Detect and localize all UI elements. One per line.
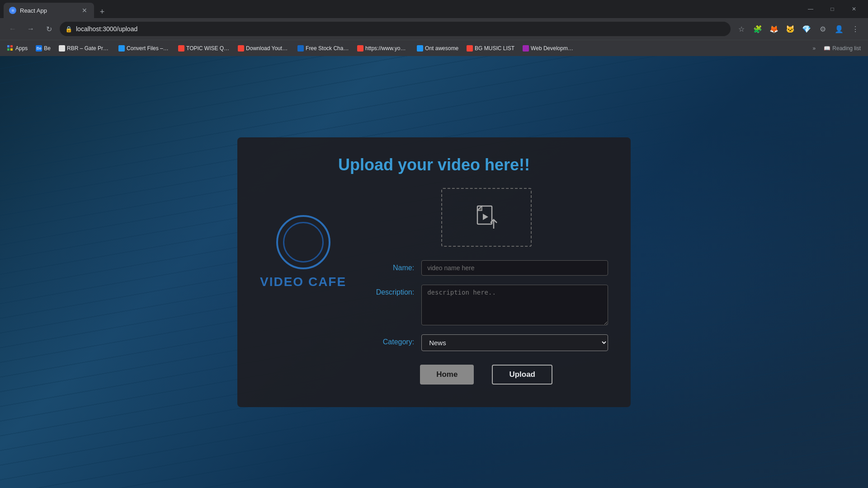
bg-favicon (467, 45, 473, 52)
ont-favicon (417, 45, 423, 52)
bookmark-be[interactable]: Be Be (32, 43, 54, 53)
topic-favicon (178, 45, 184, 52)
logo-circle-outer (276, 215, 330, 269)
active-tab[interactable]: ⚛ React App ✕ (4, 3, 94, 18)
bookmark-apps-label: Apps (15, 45, 28, 52)
card-title: Upload your video here!! (338, 155, 530, 174)
menu-button[interactable]: ⋮ (848, 22, 863, 36)
bookmark-rbr[interactable]: RBR – Gate Previou... (55, 43, 114, 53)
buttons-row: Home Upload (364, 365, 608, 385)
tab-title: React App (20, 7, 77, 14)
bookmark-yt-dl-label: Download Youtube... (246, 45, 289, 52)
apps-favicon (7, 45, 14, 52)
category-label: Category: (364, 334, 414, 346)
settings-button[interactable]: ⚙ (816, 22, 830, 36)
home-button[interactable]: Home (420, 365, 474, 385)
bookmark-yt-dl[interactable]: Download Youtube... (234, 43, 293, 53)
title-bar: ⚛ React App ✕ + — □ ✕ (0, 0, 868, 18)
bookmark-topic[interactable]: TOPIC WISE QUE (175, 43, 233, 53)
forward-button[interactable]: → (24, 22, 38, 36)
bookmark-star-button[interactable]: ☆ (734, 22, 749, 36)
profile-avatar-button[interactable]: 👤 (832, 22, 846, 36)
bookmark-ont-label: Ont awesome (425, 45, 458, 52)
new-tab-button[interactable]: + (96, 5, 108, 18)
bookmark-convert-label: Convert Files – Free... (127, 45, 170, 52)
minimize-button[interactable]: — (800, 2, 821, 16)
web-favicon (523, 45, 529, 52)
back-button[interactable]: ← (5, 22, 20, 36)
nav-icons: ☆ 🧩 🦊 🐱 💎 ⚙ 👤 ⋮ (734, 22, 863, 36)
extension-puzzle-button[interactable]: 🧩 (750, 22, 765, 36)
bookmarks-more-button[interactable]: » (809, 43, 820, 53)
be-favicon: Be (36, 45, 42, 52)
card-body: VIDEO CAFE (260, 188, 608, 385)
bookmark-topic-label: TOPIC WISE QUE (186, 45, 230, 52)
logo-section: VIDEO CAFE (260, 188, 346, 289)
description-field-row: Description: (364, 285, 608, 325)
nav-bar: ← → ↻ 🔒 localhost:3000/upload ☆ 🧩 🦊 🐱 💎 … (0, 18, 868, 40)
bookmark-yt2-label: https://www.youtub... (365, 45, 409, 52)
svg-marker-6 (483, 214, 488, 220)
reading-list-label: Reading list (832, 45, 861, 52)
bookmark-web[interactable]: Web Development... (519, 43, 578, 53)
bookmark-stock[interactable]: Free Stock Charts, S... (294, 43, 353, 53)
svg-rect-2 (10, 45, 13, 47)
name-label: Name: (364, 260, 414, 272)
description-input[interactable] (421, 285, 608, 325)
extension-fox-button[interactable]: 🦊 (767, 22, 781, 36)
name-input[interactable] (421, 260, 608, 276)
svg-rect-0 (7, 45, 9, 47)
yt2-favicon (357, 45, 363, 52)
logo-circle-inner (283, 222, 324, 263)
logo-text: VIDEO CAFE (260, 275, 346, 289)
svg-rect-1 (7, 48, 9, 51)
bookmark-ont[interactable]: Ont awesome (413, 43, 462, 53)
category-select[interactable]: News Entertainment Sports Education Musi… (421, 334, 608, 351)
extension-unknown-button[interactable]: 💎 (799, 22, 814, 36)
category-field-row: Category: News Entertainment Sports Educ… (364, 334, 608, 351)
url-text: localhost:3000/upload (76, 25, 725, 33)
bookmark-yt2[interactable]: https://www.youtub... (354, 43, 412, 53)
maximize-button[interactable]: □ (822, 2, 843, 16)
reading-list-icon: 📖 (824, 45, 830, 52)
svg-rect-3 (10, 48, 13, 51)
stock-favicon (297, 45, 304, 52)
reload-button[interactable]: ↻ (42, 22, 56, 36)
reading-list-button[interactable]: 📖 Reading list (820, 43, 864, 53)
yt-dl-favicon (238, 45, 244, 52)
browser-chrome: ⚛ React App ✕ + — □ ✕ ← → ↻ 🔒 localhost:… (0, 0, 868, 56)
bookmark-bg-label: BG MUSIC LIST (475, 45, 514, 52)
name-field-row: Name: (364, 260, 608, 276)
tab-close-button[interactable]: ✕ (80, 6, 89, 14)
upload-button[interactable]: Upload (492, 365, 552, 385)
svg-marker-5 (477, 206, 482, 211)
close-button[interactable]: ✕ (844, 2, 864, 16)
bookmark-apps[interactable]: Apps (4, 43, 31, 53)
page-background: Upload your video here!! VIDEO CAFE (0, 56, 868, 488)
form-section: Name: Description: Category: News Entert… (364, 188, 608, 385)
bookmark-convert[interactable]: Convert Files – Free... (115, 43, 174, 53)
address-bar[interactable]: 🔒 localhost:3000/upload (60, 22, 731, 36)
bookmark-web-label: Web Development... (531, 45, 574, 52)
tab-strip: ⚛ React App ✕ + (4, 0, 800, 18)
bookmarks-bar: Apps Be Be RBR – Gate Previou... Convert… (0, 40, 868, 56)
bookmark-bg[interactable]: BG MUSIC LIST (463, 43, 518, 53)
drop-zone-icon (473, 204, 500, 231)
extension-cat-button[interactable]: 🐱 (783, 22, 797, 36)
bookmark-stock-label: Free Stock Charts, S... (306, 45, 349, 52)
window-controls: — □ ✕ (800, 2, 864, 16)
description-label: Description: (364, 285, 414, 296)
bookmark-be-label: Be (44, 45, 51, 52)
rbr-favicon (59, 45, 65, 52)
convert-favicon (118, 45, 125, 52)
bookmark-rbr-label: RBR – Gate Previou... (67, 45, 110, 52)
video-drop-zone[interactable] (441, 188, 532, 247)
upload-card: Upload your video here!! VIDEO CAFE (237, 137, 631, 407)
security-icon: 🔒 (65, 26, 72, 33)
tab-favicon: ⚛ (9, 7, 16, 14)
